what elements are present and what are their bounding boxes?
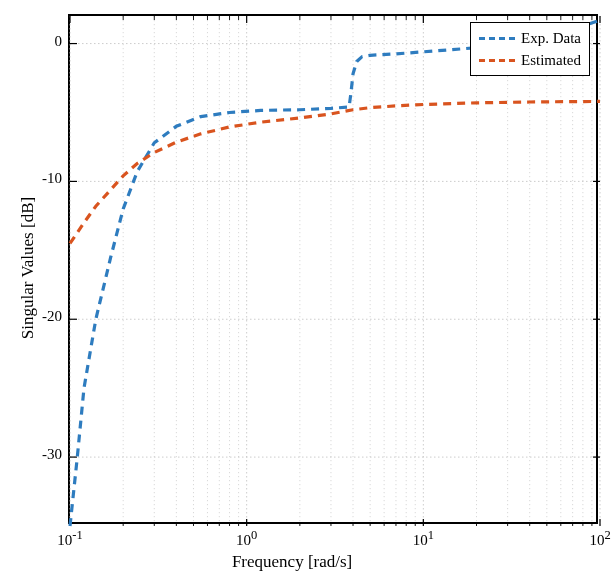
y-tick-label: -10 <box>42 170 62 187</box>
x-tick-label: 101 <box>403 528 443 549</box>
legend-label: Estimated <box>521 52 581 69</box>
ticks <box>70 16 600 526</box>
y-axis-label: Singular Values [dB] <box>18 197 38 339</box>
x-tick-label: 102 <box>580 528 613 549</box>
series-estimated <box>70 101 600 243</box>
legend-item-estimated: Estimated <box>479 49 581 71</box>
grid <box>70 16 600 526</box>
legend-swatch-exp-data <box>479 37 515 40</box>
legend: Exp. Data Estimated <box>470 22 590 76</box>
plot-area: Exp. Data Estimated <box>68 14 598 524</box>
legend-swatch-estimated <box>479 59 515 62</box>
legend-item-exp-data: Exp. Data <box>479 27 581 49</box>
x-tick-label: 100 <box>227 528 267 549</box>
plot-svg <box>70 16 600 526</box>
y-tick-label: 0 <box>55 33 63 50</box>
x-axis-label: Frequency [rad/s] <box>232 552 352 572</box>
y-tick-label: -20 <box>42 308 62 325</box>
x-tick-label: 10-1 <box>50 528 90 549</box>
y-tick-label: -30 <box>42 446 62 463</box>
legend-label: Exp. Data <box>521 30 581 47</box>
chart-root: Exp. Data Estimated -30 -20 -10 0 10-1 1… <box>0 0 613 582</box>
series-exp-data <box>70 20 600 526</box>
